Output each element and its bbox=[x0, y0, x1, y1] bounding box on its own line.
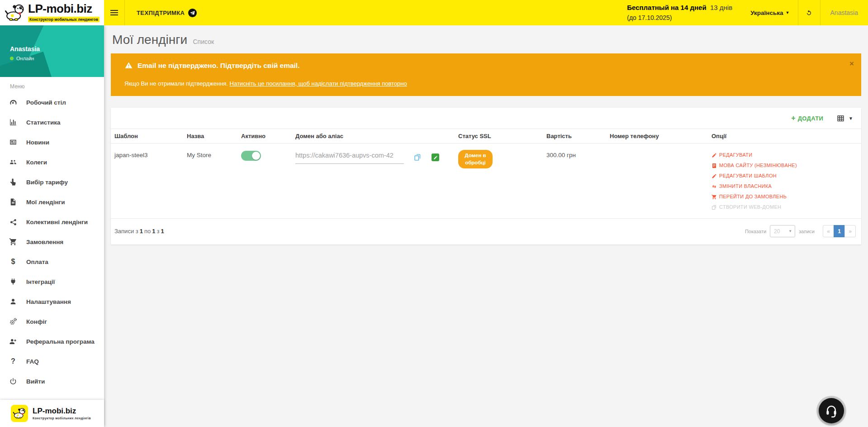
dog-logo-icon bbox=[5, 4, 25, 22]
sidebar-item-news[interactable]: Новини bbox=[0, 132, 104, 152]
main-content: Мої лендінги Список Email не підтверджен… bbox=[104, 25, 868, 427]
plug-icon bbox=[0, 278, 26, 286]
cell-ssl-status: Домен в обробці bbox=[455, 144, 543, 218]
column-header-ssl[interactable]: Статус SSL bbox=[455, 129, 543, 143]
sidebar-user-panel: Anastasia Онлайн bbox=[0, 25, 104, 77]
page-header: Мої лендінги Список bbox=[104, 25, 868, 52]
column-visibility-button[interactable]: ▼ bbox=[837, 115, 853, 122]
column-header-phone[interactable]: Номер телефону bbox=[606, 129, 708, 143]
tech-support-link[interactable]: ТЕХПІДТРИМКА bbox=[125, 0, 209, 25]
copy-icon[interactable] bbox=[414, 154, 422, 163]
sidebar-footer-logo[interactable]: LP-mobi.biz Конструктор мобільних лендін… bbox=[0, 400, 104, 427]
question-icon: ? bbox=[0, 357, 26, 365]
domain-group bbox=[295, 152, 451, 164]
menu-section-label: Меню bbox=[10, 83, 104, 90]
share-icon bbox=[0, 218, 26, 226]
column-header-price[interactable]: Вартість bbox=[543, 129, 606, 143]
headset-icon bbox=[825, 404, 838, 417]
support-chat-button[interactable] bbox=[819, 398, 844, 423]
option-site-language-link[interactable]: МОВА САЙТУ (НЕЗМІНЮВАНЕ) bbox=[711, 160, 858, 171]
pagination-page-1-button[interactable]: 1 bbox=[834, 225, 845, 237]
domain-input[interactable] bbox=[295, 152, 404, 164]
language-dropdown[interactable]: Українська ▼ bbox=[742, 0, 797, 25]
edit-domain-button[interactable] bbox=[432, 154, 439, 161]
option-edit-link[interactable]: РЕДАГУВАТИ bbox=[711, 150, 858, 160]
resend-confirmation-link[interactable]: Натисніть це посилання, щоб надіслати пі… bbox=[230, 80, 407, 87]
copy-icon bbox=[711, 205, 717, 210]
dog-logo-icon bbox=[11, 405, 28, 422]
warning-icon bbox=[124, 61, 133, 70]
sidebar-item-colleagues[interactable]: Колеги bbox=[0, 152, 104, 172]
active-toggle[interactable] bbox=[241, 151, 261, 161]
grid-icon bbox=[837, 115, 844, 122]
pagination-prev-button[interactable]: « bbox=[823, 225, 834, 237]
pagination-next-button[interactable]: » bbox=[844, 225, 856, 237]
close-icon[interactable]: × bbox=[849, 60, 854, 67]
users-icon bbox=[0, 158, 26, 166]
cart-icon bbox=[0, 238, 26, 246]
hand-pointer-icon bbox=[0, 178, 26, 186]
sidebar-toggle-button[interactable] bbox=[104, 0, 125, 25]
edit-icon bbox=[711, 173, 717, 179]
table-footer: Записи з1по1з1 Показати 20 ▼ записи « 1 … bbox=[111, 219, 861, 245]
email-warning-text-row: Якщо Ви не отримали підтвердження. Натис… bbox=[124, 80, 840, 87]
dollar-icon: $ bbox=[0, 258, 26, 266]
records-word-label: записи bbox=[799, 229, 815, 234]
language-label: Українська bbox=[750, 10, 783, 16]
swap-icon bbox=[711, 184, 717, 189]
column-header-name[interactable]: Назва bbox=[183, 129, 237, 143]
option-go-to-orders-link[interactable]: ПЕРЕЙТИ ДО ЗАМОВЛЕНЬ bbox=[711, 192, 858, 202]
column-header-active[interactable]: Активно bbox=[237, 129, 292, 143]
sidebar-item-logout[interactable]: Вийти bbox=[0, 371, 104, 391]
cell-active bbox=[237, 144, 292, 218]
trial-days-left: 13 днів bbox=[710, 4, 732, 11]
column-header-options[interactable]: Опції bbox=[708, 129, 861, 143]
trial-plan-label: Бесплатный на 14 дней bbox=[627, 4, 706, 11]
power-icon bbox=[0, 377, 26, 385]
page-size-label: Показати bbox=[745, 229, 766, 234]
refresh-button[interactable] bbox=[798, 0, 820, 25]
sidebar-item-my-landings[interactable]: Мої лендінги bbox=[0, 192, 104, 212]
option-create-web-domain-link: СТВОРИТИ WEB-ДОМЕН bbox=[711, 202, 858, 212]
sidebar-item-collective-landings[interactable]: Колективні лендінги bbox=[0, 212, 104, 232]
logo-text: LP-mobi.biz Конструктор мобильных лендин… bbox=[28, 3, 100, 23]
option-change-owner-link[interactable]: ЗМІНИТИ ВЛАСНИКА bbox=[711, 181, 858, 192]
option-edit-template-link[interactable]: РЕДАГУВАТИ ШАБЛОН bbox=[711, 171, 858, 181]
language-icon bbox=[711, 163, 717, 168]
sidebar-item-settings[interactable]: Налаштування bbox=[0, 292, 104, 312]
cell-options: РЕДАГУВАТИ МОВА САЙТУ (НЕЗМІНЮВАНЕ) РЕДА… bbox=[708, 144, 861, 218]
sidebar-user-status: Онлайн bbox=[10, 56, 104, 61]
logo-subtitle: Конструктор мобильных лендингов bbox=[28, 17, 100, 22]
email-warning-title: Email не підтверджено. Підтвердіть свій … bbox=[138, 62, 299, 70]
column-header-domain[interactable]: Домен або аліас bbox=[292, 129, 455, 143]
cart-icon bbox=[711, 194, 717, 200]
sidebar-user-name: Anastasia bbox=[10, 45, 104, 53]
records-info: Записи з1по1з1 bbox=[114, 228, 166, 235]
sidebar-item-dashboard[interactable]: Робочий стіл bbox=[0, 92, 104, 112]
column-header-template[interactable]: Шаблон bbox=[111, 129, 183, 143]
news-icon bbox=[0, 138, 26, 146]
app-logo[interactable]: LP-mobi.biz Конструктор мобильных лендин… bbox=[0, 0, 104, 25]
telegram-icon[interactable] bbox=[188, 9, 197, 17]
sidebar-item-referral[interactable]: Реферальна програма bbox=[0, 331, 104, 351]
sidebar-item-integrations[interactable]: Інтеграції bbox=[0, 272, 104, 292]
sidebar-item-statistics[interactable]: Статистика bbox=[0, 112, 104, 132]
cell-price: 300.00 грн bbox=[543, 144, 606, 218]
trial-info: Бесплатный на 14 дней 13 днів (до 17.10.… bbox=[627, 3, 732, 23]
add-landing-button[interactable]: + ДОДАТИ bbox=[791, 115, 823, 122]
sidebar-item-payment[interactable]: $Оплата bbox=[0, 252, 104, 272]
sidebar-menu: Робочий стіл Статистика Новини Колеги Ви… bbox=[0, 92, 104, 391]
user-menu[interactable]: Anastasia bbox=[821, 0, 868, 25]
edit-icon bbox=[711, 153, 717, 158]
stats-icon bbox=[0, 118, 26, 126]
trial-until-date: (до 17.10.2025) bbox=[627, 13, 732, 23]
page-size-select[interactable]: 20 ▼ bbox=[770, 225, 795, 237]
online-status-label: Онлайн bbox=[16, 56, 34, 61]
ssl-status-badge: Домен в обробці bbox=[458, 150, 493, 168]
sidebar: Anastasia Онлайн Меню Робочий стіл Стати… bbox=[0, 25, 104, 427]
cell-phone bbox=[606, 144, 708, 218]
sidebar-item-tariff[interactable]: Вибір тарифу bbox=[0, 172, 104, 192]
sidebar-item-faq[interactable]: ?FAQ bbox=[0, 351, 104, 371]
sidebar-item-config[interactable]: Конфіг bbox=[0, 312, 104, 331]
sidebar-item-orders[interactable]: Замовлення bbox=[0, 232, 104, 252]
